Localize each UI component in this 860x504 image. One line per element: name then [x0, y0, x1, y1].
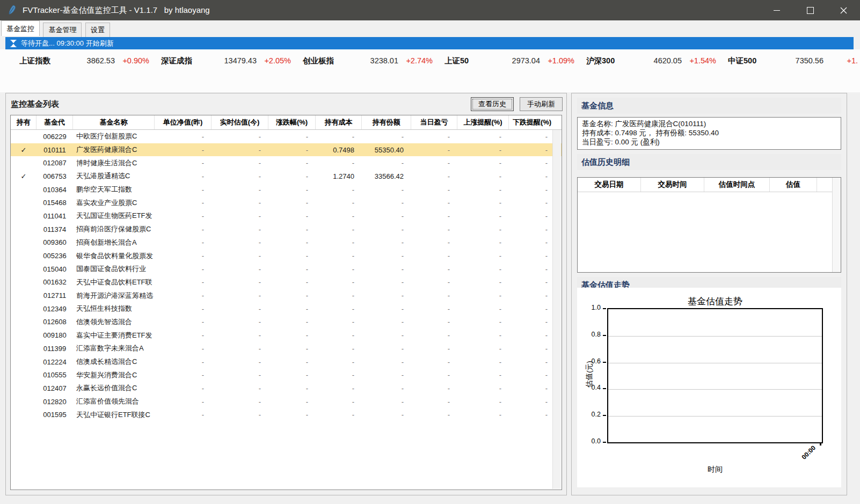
- fund-row[interactable]: 001595天弘中证银行ETF联接C--------: [11, 408, 562, 421]
- up-alert-cell: -: [457, 305, 509, 313]
- pl-cell: -: [411, 238, 457, 246]
- code-cell: 010364: [37, 186, 73, 194]
- fund-column-header[interactable]: 涨跌幅(%): [268, 115, 316, 129]
- fund-info-box: 基金名称: 广发医药健康混合C(010111) 持有成本: 0.7498 元， …: [577, 117, 841, 150]
- index-name: 上证50: [444, 56, 492, 66]
- code-cell: 012087: [37, 159, 73, 167]
- fund-column-header[interactable]: 基金代: [37, 115, 73, 129]
- tab-settings[interactable]: 设置: [85, 23, 110, 37]
- name-cell: 信澳成长精选混合C: [73, 357, 155, 367]
- fund-column-header[interactable]: 持有份额: [362, 115, 411, 129]
- change-cell: -: [268, 225, 316, 233]
- index-change: +2.05%: [257, 56, 291, 65]
- fund-column-header[interactable]: 基金名称: [73, 115, 155, 129]
- estimate-cell: -: [212, 358, 268, 366]
- history-column-header[interactable]: 交易时间: [641, 178, 704, 192]
- fund-column-header[interactable]: 当日盈亏: [411, 115, 457, 129]
- index-value: 3862.53: [67, 56, 115, 65]
- fund-row[interactable]: 015040国泰国证食品饮料行业--------: [11, 262, 562, 276]
- shares-cell: -: [362, 291, 411, 300]
- history-column-header[interactable]: 估值: [770, 178, 817, 192]
- fund-column-header[interactable]: 上涨提醒(%): [457, 115, 509, 129]
- fund-row[interactable]: 012820汇添富价值领先混合--------: [11, 395, 562, 408]
- nav-cell: -: [155, 291, 212, 300]
- fund-list-buttons: 查看历史 手动刷新: [471, 97, 563, 111]
- pl-cell: -: [411, 411, 457, 419]
- fund-row[interactable]: 005236银华食品饮料量化股票发--------: [11, 249, 562, 262]
- name-cell: 天弘港股通精选C: [73, 171, 155, 181]
- cost-cell: -: [316, 345, 362, 353]
- shares-cell: -: [362, 159, 411, 167]
- index-ticker-item: 中证5007350.56+1.: [728, 56, 860, 66]
- fund-row[interactable]: 012407永赢长远价值混合C--------: [11, 382, 562, 395]
- pl-cell: -: [411, 371, 457, 379]
- estimate-cell: -: [212, 186, 268, 194]
- index-ticker: 上证指数3862.53+0.90%深证成指13479.43+2.05%创业板指3…: [0, 56, 860, 66]
- fund-row[interactable]: 012349天弘恒生科技指数--------: [11, 302, 562, 316]
- fund-column-header[interactable]: 下跌提醒(%): [509, 115, 555, 129]
- code-cell: 012608: [37, 318, 73, 326]
- history-column-header[interactable]: 交易日期: [578, 178, 641, 192]
- down-alert-cell: -: [509, 318, 555, 326]
- fund-table-scrollbar[interactable]: [552, 130, 561, 489]
- fund-row[interactable]: 010555华安新兴消费混合C--------: [11, 368, 562, 382]
- chart-plot-area: [607, 308, 823, 443]
- fund-column-header[interactable]: 实时估值(今): [212, 115, 268, 129]
- name-cell: 银华食品饮料量化股票发: [73, 251, 155, 261]
- down-alert-cell: -: [509, 398, 555, 406]
- pl-cell: -: [411, 398, 457, 406]
- fund-row[interactable]: ✓010111广发医药健康混合C---0.749855350.40---: [11, 143, 562, 157]
- pl-cell: -: [411, 199, 457, 207]
- change-cell: -: [268, 358, 316, 366]
- shares-cell: -: [362, 133, 411, 141]
- cost-cell: -: [316, 291, 362, 300]
- close-button[interactable]: [827, 0, 860, 20]
- fund-row[interactable]: 010364鹏华空天军工指数--------: [11, 183, 562, 196]
- tab-fund-manage[interactable]: 基金管理: [43, 23, 82, 37]
- fund-row[interactable]: 012711前海开源沪港深蓝筹精选--------: [11, 289, 562, 302]
- estimate-cell: -: [212, 384, 268, 392]
- fund-row[interactable]: 012087博时健康生活混合C--------: [11, 156, 562, 170]
- index-value: 3238.01: [350, 56, 398, 65]
- fund-column-header[interactable]: 持有成本: [316, 115, 362, 129]
- down-alert-cell: -: [509, 159, 555, 167]
- change-cell: -: [268, 371, 316, 379]
- manual-refresh-button[interactable]: 手动刷新: [520, 97, 563, 111]
- down-alert-cell: -: [509, 331, 555, 339]
- fund-row[interactable]: 009360招商创新增长混合A--------: [11, 236, 562, 250]
- minimize-button[interactable]: [760, 0, 793, 20]
- up-alert-cell: -: [457, 318, 509, 326]
- name-cell: 前海开源沪港深蓝筹精选: [73, 291, 155, 301]
- history-column-header[interactable]: 估值时间点: [704, 178, 770, 192]
- up-alert-cell: -: [457, 238, 509, 246]
- nav-cell: -: [155, 265, 212, 273]
- fund-row[interactable]: ✓006753天弘港股通精选C---1.274033566.42---: [11, 170, 562, 183]
- fund-row[interactable]: 009180嘉实中证主要消费ETF发--------: [11, 328, 562, 342]
- up-alert-cell: -: [457, 225, 509, 233]
- fund-row[interactable]: 011399汇添富数字未来混合A--------: [11, 342, 562, 355]
- fund-row[interactable]: 012608信澳领先智选混合--------: [11, 316, 562, 329]
- view-history-button[interactable]: 查看历史: [471, 97, 514, 111]
- fund-row[interactable]: 012224信澳成长精选混合C--------: [11, 355, 562, 369]
- estimate-cell: -: [212, 318, 268, 326]
- fund-row[interactable]: 006229中欧医疗创新股票C--------: [11, 130, 562, 143]
- change-cell: -: [268, 305, 316, 313]
- fund-column-header[interactable]: 单位净值(昨): [155, 115, 212, 129]
- shares-cell: -: [362, 278, 411, 286]
- fund-row[interactable]: 015468嘉实农业产业股票C--------: [11, 196, 562, 209]
- code-cell: 012224: [37, 358, 73, 366]
- fund-row[interactable]: 001632天弘中证食品饮料ETF联--------: [11, 276, 562, 289]
- maximize-button[interactable]: [793, 0, 827, 20]
- fund-column-header[interactable]: 持有: [11, 115, 37, 129]
- pl-cell: -: [411, 331, 457, 339]
- fund-info-name-line: 基金名称: 广发医药健康混合C(010111): [582, 119, 836, 128]
- tab-fund-monitor[interactable]: 基金监控: [1, 20, 40, 36]
- code-cell: 012711: [37, 291, 73, 300]
- index-change: +0.90%: [115, 56, 149, 65]
- history-title: 估值历史明细: [577, 154, 841, 170]
- shares-cell: -: [362, 398, 411, 406]
- history-table-scrollbar[interactable]: [832, 178, 841, 272]
- fund-row[interactable]: 011374招商前沿医疗保健股票C--------: [11, 223, 562, 236]
- down-alert-cell: -: [509, 199, 555, 207]
- fund-row[interactable]: 011041天弘国证生物医药ETF发--------: [11, 209, 562, 223]
